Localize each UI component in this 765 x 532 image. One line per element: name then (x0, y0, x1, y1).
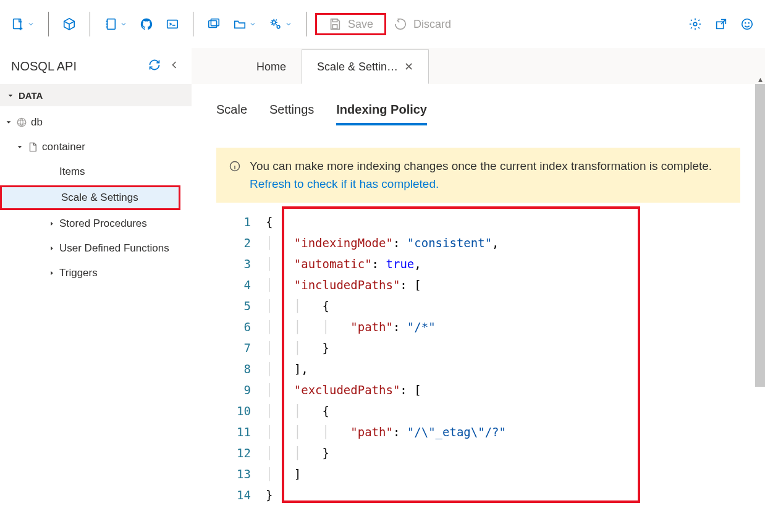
save-button[interactable]: Save (315, 13, 386, 35)
tree-udf[interactable]: User Defined Functions (0, 236, 192, 261)
svg-rect-8 (332, 25, 337, 28)
terminal-button[interactable] (161, 13, 184, 35)
notebook-button[interactable] (99, 13, 132, 35)
sidebar: NOSQL API DATA db cont (0, 48, 192, 532)
svg-point-11 (742, 19, 753, 30)
collapse-icon[interactable] (168, 59, 180, 74)
svg-point-5 (273, 21, 276, 25)
discard-button[interactable]: Discard (389, 13, 456, 35)
popout-button[interactable] (709, 13, 733, 35)
svg-rect-4 (211, 19, 219, 26)
svg-rect-2 (167, 20, 178, 28)
separator (193, 12, 193, 36)
content: Home Scale & Settin… ✕ ▴ Scale Settings … (192, 48, 765, 532)
triggers-label: Triggers (59, 267, 98, 279)
tab-scale-settings[interactable]: Scale & Settin… ✕ (302, 49, 429, 84)
tree-items[interactable]: Items (0, 159, 192, 184)
container-label: container (42, 141, 85, 153)
subtab-indexing[interactable]: Indexing Policy (336, 103, 427, 125)
settings-gear-button[interactable] (683, 13, 707, 35)
items-label: Items (59, 166, 85, 178)
tree-db[interactable]: db (0, 110, 192, 135)
tab-home[interactable]: Home (241, 49, 302, 84)
scale-settings-label: Scale & Settings (61, 192, 138, 204)
data-section-header[interactable]: DATA (0, 84, 192, 106)
svg-point-9 (693, 22, 697, 26)
refresh-icon[interactable] (148, 59, 161, 74)
sp-label: Stored Procedures (59, 217, 147, 230)
code-editor[interactable]: 1234567891011121314 {│ "indexingMode": "… (229, 211, 740, 505)
gears-button[interactable] (264, 13, 297, 35)
svg-rect-0 (14, 19, 21, 29)
svg-rect-3 (209, 21, 217, 28)
tree-scale-settings[interactable]: Scale & Settings (0, 185, 180, 210)
tab-scale-label: Scale & Settin… (317, 61, 398, 74)
banner-link[interactable]: Refresh to check if it has completed. (250, 177, 439, 190)
tree-stored-procedures[interactable]: Stored Procedures (0, 211, 192, 236)
code-content[interactable]: {│ "indexingMode": "consistent",│ "autom… (258, 211, 506, 505)
api-title: NOSQL API (11, 59, 77, 74)
close-icon[interactable]: ✕ (404, 60, 413, 74)
tab-home-label: Home (256, 61, 286, 74)
toolbar: Save Discard (0, 0, 765, 48)
windows-button[interactable] (202, 13, 226, 35)
info-icon (229, 160, 241, 172)
scroll-up-icon[interactable]: ▴ (755, 74, 765, 84)
feedback-button[interactable] (735, 13, 759, 35)
tree: db container Items Scale & Settings Stor… (0, 106, 192, 289)
tabs-bar: Home Scale & Settin… ✕ (192, 48, 765, 84)
section-label: DATA (19, 90, 43, 101)
svg-point-6 (277, 25, 280, 28)
line-gutter: 1234567891011121314 (229, 211, 258, 505)
github-button[interactable] (135, 13, 158, 35)
cube-button[interactable] (57, 13, 81, 35)
separator (48, 12, 49, 36)
svg-point-15 (17, 120, 26, 124)
separator (306, 12, 306, 36)
separator (90, 12, 90, 36)
database-icon (16, 117, 27, 128)
subtab-scale[interactable]: Scale (216, 103, 247, 125)
sidebar-header: NOSQL API (0, 48, 192, 84)
discard-label: Discard (413, 18, 451, 31)
tree-triggers[interactable]: Triggers (0, 261, 192, 285)
svg-rect-1 (108, 19, 116, 30)
subtab-settings[interactable]: Settings (269, 103, 314, 125)
svg-point-14 (17, 118, 26, 127)
document-icon (27, 141, 38, 153)
folder-button[interactable] (228, 13, 261, 35)
svg-point-13 (748, 23, 749, 23)
save-label: Save (348, 18, 373, 31)
banner-text: You can make more indexing changes once … (250, 159, 712, 172)
svg-point-12 (745, 23, 746, 23)
udf-label: User Defined Functions (59, 242, 169, 255)
info-banner: You can make more indexing changes once … (216, 148, 740, 203)
subtabs: Scale Settings Indexing Policy (216, 103, 740, 125)
db-label: db (31, 116, 43, 129)
svg-rect-7 (332, 19, 337, 22)
new-item-button[interactable] (6, 13, 40, 35)
tree-container[interactable]: container (0, 135, 192, 159)
